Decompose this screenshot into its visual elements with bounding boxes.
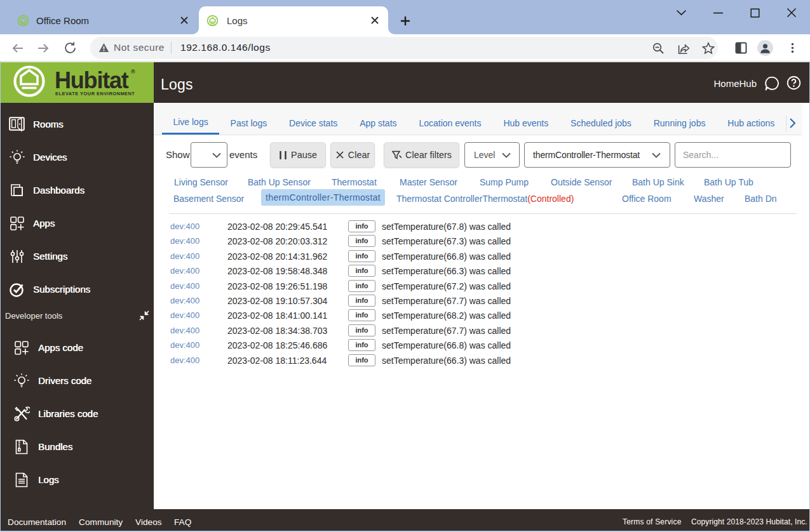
svg-text:ELEVATE YOUR ENVIRONMENT: ELEVATE YOUR ENVIRONMENT (55, 91, 135, 96)
svg-text:Hubitat: Hubitat (55, 67, 129, 93)
svg-text:®: ® (131, 69, 135, 75)
